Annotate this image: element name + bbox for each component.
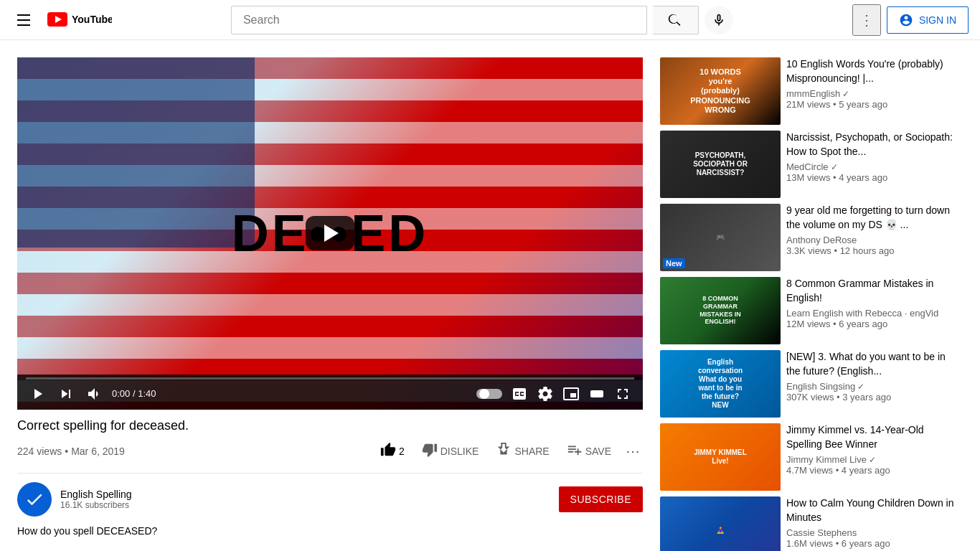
- sidebar: 10 WORDS you're (probably) PRONOUNCING W…: [660, 40, 966, 551]
- theater-icon: [588, 385, 606, 402]
- thumbnail-text: 🎮: [713, 230, 727, 245]
- settings-icon: [537, 385, 554, 402]
- new-badge: New: [663, 258, 685, 268]
- sidebar-video-item[interactable]: 🎮New9 year old me forgetting to turn dow…: [660, 204, 954, 271]
- time-display: 0:00 / 1:40: [112, 388, 156, 399]
- microphone-button[interactable]: [705, 6, 733, 34]
- video-description: How do you spell DECEASED?: [17, 525, 643, 545]
- thumbnail-text: 🧘‍♀️: [713, 523, 727, 537]
- sidebar-video-thumbnail: 10 WORDS you're (probably) PRONOUNCING W…: [660, 57, 781, 125]
- thumbnail-text: 10 WORDS you're (probably) PRONOUNCING W…: [687, 65, 753, 118]
- youtube-logo-icon: YouTube: [47, 9, 112, 32]
- share-icon: [496, 442, 512, 461]
- thumbnail-text: 8 COMMON GRAMMAR MISTAKES IN ENGLISH!: [690, 292, 750, 329]
- autoplay-icon: [476, 387, 502, 401]
- save-label: SAVE: [585, 446, 611, 457]
- sidebar-video-info: How to Calm Young Children Down in Minut…: [786, 496, 954, 551]
- sidebar-video-title: How to Calm Young Children Down in Minut…: [786, 496, 954, 524]
- like-button[interactable]: 2: [374, 439, 410, 464]
- dislike-button[interactable]: DISLIKE: [416, 439, 485, 464]
- youtube-logo[interactable]: YouTube: [47, 9, 112, 32]
- sidebar-video-item[interactable]: 🧘‍♀️How to Calm Young Children Down in M…: [660, 496, 954, 551]
- sidebar-video-item[interactable]: English conversation What do you want to…: [660, 350, 954, 418]
- fullscreen-button[interactable]: [611, 384, 634, 404]
- sidebar-video-meta: 3.3K views • 12 hours ago: [786, 245, 954, 256]
- sidebar-channel-name: English Singsing ✓: [786, 381, 954, 392]
- miniplayer-icon: [562, 385, 580, 402]
- channel-avatar[interactable]: [17, 482, 52, 517]
- save-button[interactable]: SAVE: [561, 439, 617, 464]
- skip-next-icon: [57, 385, 75, 402]
- settings-button[interactable]: [534, 384, 557, 404]
- search-bar: [231, 6, 647, 34]
- play-icon: [29, 385, 46, 402]
- search-input[interactable]: [232, 6, 646, 34]
- theater-button[interactable]: [585, 384, 608, 404]
- share-arrow-icon: [496, 442, 512, 458]
- thumbs-down-icon: [422, 442, 438, 458]
- verified-icon: ✓: [857, 382, 864, 392]
- upload-date: Mar 6, 2019: [71, 446, 125, 457]
- more-actions-button[interactable]: ⋯: [623, 440, 643, 463]
- controls-bar: 0:00 / 1:40: [17, 375, 643, 410]
- captions-icon: [511, 385, 528, 402]
- sidebar-channel-name: Anthony DeRose: [786, 235, 954, 245]
- channel-name[interactable]: English Spelling: [60, 489, 550, 500]
- sidebar-channel-name: MedCircle ✓: [786, 161, 954, 172]
- channel-row: English Spelling 16.1K subscribers SUBSC…: [17, 474, 643, 525]
- volume-button[interactable]: [83, 384, 106, 404]
- sidebar-video-title: 10 English Words You're (probably) Mispr…: [786, 57, 954, 85]
- video-title: Correct spelling for deceased.: [17, 418, 643, 433]
- sidebar-video-info: 8 Common Grammar Mistakes in English!Lea…: [786, 277, 954, 344]
- sidebar-channel-name: Learn English with Rebecca · engVid: [786, 308, 954, 319]
- sidebar-video-thumbnail: 🎮New: [660, 204, 781, 271]
- main-content: DE••ED 0:00: [0, 40, 980, 551]
- sidebar-video-title: [NEW] 3. What do you want to be in the f…: [786, 350, 954, 378]
- share-button[interactable]: SHARE: [490, 439, 555, 464]
- miniplayer-button[interactable]: [560, 384, 583, 404]
- sidebar-video-info: Narcissist, Psychopath, or Sociopath: Ho…: [786, 131, 954, 198]
- sidebar-channel-name: Jimmy Kimmel Live ✓: [786, 454, 954, 465]
- like-count: 2: [399, 446, 405, 457]
- video-section: DE••ED 0:00: [0, 40, 660, 551]
- sidebar-video-title: Narcissist, Psychopath, or Sociopath: Ho…: [786, 131, 954, 159]
- add-to-playlist-icon: [567, 442, 583, 458]
- channel-avatar-icon: [24, 489, 44, 509]
- subtitles-button[interactable]: [508, 384, 531, 404]
- verified-icon: ✓: [831, 162, 838, 172]
- subscribe-button[interactable]: SUBSCRIBE: [559, 486, 643, 512]
- sign-in-button[interactable]: SIGN IN: [887, 6, 969, 34]
- thumbnail-text: PSYCHOPATH, SOCIOPATH OR NARCISSIST?: [690, 149, 750, 180]
- sidebar-video-meta: 12M views • 6 years ago: [786, 319, 954, 329]
- sidebar-video-thumbnail: English conversation What do you want to…: [660, 350, 781, 418]
- next-button[interactable]: [55, 384, 77, 404]
- search-button[interactable]: [653, 6, 699, 34]
- channel-subscribers: 16.1K subscribers: [60, 500, 550, 510]
- progress-bar[interactable]: [26, 377, 634, 380]
- sidebar-video-meta: 307K views • 3 years ago: [786, 392, 954, 402]
- sidebar-video-item[interactable]: JIMMY KIMMEL Live!Jimmy Kimmel vs. 14-Ye…: [660, 423, 954, 491]
- play-overlay-button[interactable]: [306, 216, 354, 250]
- sidebar-video-info: Jimmy Kimmel vs. 14-Year-Old Spelling Be…: [786, 423, 954, 491]
- video-meta: 224 views • Mar 6, 2019: [17, 446, 125, 457]
- sidebar-video-item[interactable]: PSYCHOPATH, SOCIOPATH OR NARCISSIST?Narc…: [660, 131, 954, 198]
- sidebar-video-item[interactable]: 8 COMMON GRAMMAR MISTAKES IN ENGLISH!8 C…: [660, 277, 954, 344]
- microphone-icon: [712, 13, 726, 27]
- sidebar-channel-name: mmmEnglish ✓: [786, 88, 954, 99]
- fullscreen-icon: [614, 385, 631, 402]
- view-count: 224 views: [17, 446, 62, 457]
- sidebar-video-item[interactable]: 10 WORDS you're (probably) PRONOUNCING W…: [660, 57, 954, 125]
- thumbnail-text: JIMMY KIMMEL Live!: [690, 446, 750, 468]
- save-icon: [567, 442, 583, 461]
- play-button[interactable]: [26, 384, 49, 404]
- sidebar-video-meta: 21M views • 5 years ago: [786, 99, 954, 110]
- sidebar-video-meta: 1.6M views • 6 years ago: [786, 538, 954, 549]
- hamburger-menu[interactable]: [11, 9, 36, 32]
- video-player[interactable]: DE••ED 0:00: [17, 57, 643, 410]
- account-icon: [899, 13, 913, 27]
- more-options-button[interactable]: ⋮: [852, 4, 881, 36]
- autoplay-button[interactable]: [473, 385, 505, 402]
- search-icon: [668, 13, 682, 27]
- video-info: Correct spelling for deceased. 224 views…: [17, 410, 643, 474]
- header: YouTube ⋮ SIGN IN: [0, 0, 980, 40]
